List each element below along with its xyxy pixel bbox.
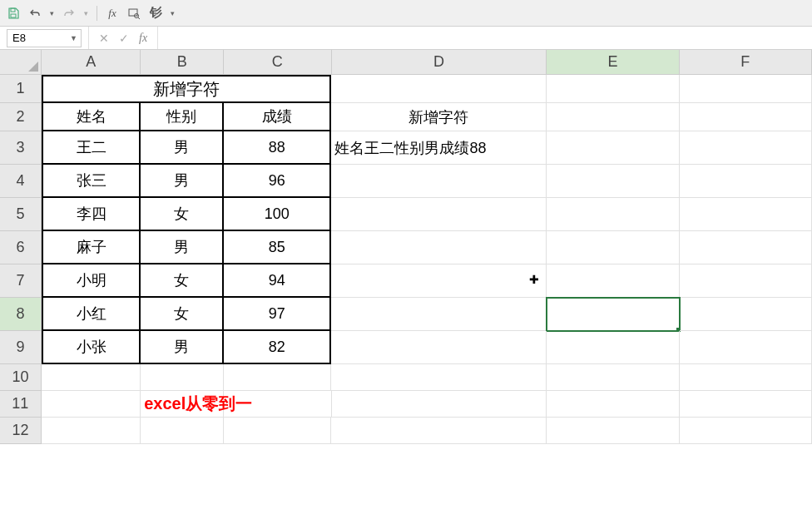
row-header-9[interactable]: 9 [0, 331, 42, 364]
cell-c9[interactable]: 82 [224, 331, 331, 364]
cell-f3[interactable] [680, 131, 812, 165]
cell-e5[interactable] [547, 198, 679, 231]
cell-a6[interactable]: 麻子 [42, 231, 141, 264]
cell-b6[interactable]: 男 [141, 231, 224, 264]
col-header-a[interactable]: A [42, 50, 141, 74]
select-all-corner[interactable] [0, 50, 42, 75]
row-header-12[interactable]: 12 [0, 418, 42, 444]
cell-e2[interactable] [547, 103, 679, 131]
cell-b4[interactable]: 男 [141, 165, 224, 198]
cancel-icon[interactable]: ✕ [99, 32, 109, 45]
cell-d5[interactable] [331, 198, 547, 231]
cell-c3[interactable]: 88 [224, 131, 331, 165]
cell-c10[interactable] [224, 364, 331, 391]
cell-c7[interactable]: 94 [224, 264, 331, 298]
cell-d7[interactable]: ✚ [331, 264, 547, 298]
cell-a11[interactable] [42, 391, 141, 418]
cell-f2[interactable] [680, 103, 812, 131]
redo-icon[interactable] [62, 7, 76, 20]
cell-a10[interactable] [42, 364, 141, 391]
cell-a12[interactable] [42, 418, 141, 444]
cell-b9[interactable]: 男 [141, 331, 224, 364]
cell-b8[interactable]: 女 [141, 298, 224, 331]
formula-input[interactable] [157, 27, 812, 49]
col-header-f[interactable]: F [680, 50, 812, 74]
row-header-11[interactable]: 11 [0, 391, 42, 418]
cell-d12[interactable] [331, 418, 547, 444]
cell-b11[interactable]: excel从零到一 [141, 391, 224, 418]
fx-tool-icon[interactable]: fx [106, 7, 119, 20]
undo-dropdown-icon[interactable]: ▾ [50, 9, 54, 17]
cell-e10[interactable] [547, 364, 679, 391]
row-header-3[interactable]: 3 [0, 131, 42, 165]
cell-e4[interactable] [547, 165, 679, 198]
cell-f5[interactable] [680, 198, 812, 231]
cell-e12[interactable] [547, 418, 679, 444]
cell-a8[interactable]: 小红 [42, 298, 141, 331]
col-header-b[interactable]: B [141, 50, 224, 74]
row-header-4[interactable]: 4 [0, 165, 42, 198]
cell-f8[interactable] [680, 298, 812, 331]
name-box-dropdown-icon[interactable]: ▼ [70, 34, 77, 42]
cell-d8[interactable] [331, 298, 547, 331]
row-header-7[interactable]: 7 [0, 264, 42, 298]
cell-a5[interactable]: 李四 [42, 198, 141, 231]
cell-b7[interactable]: 女 [141, 264, 224, 298]
cell-f10[interactable] [680, 364, 812, 391]
cell-c11[interactable] [224, 391, 331, 418]
cell-c6[interactable]: 85 [224, 231, 331, 264]
row-header-8[interactable]: 8 [0, 298, 42, 331]
symbol-dropdown-icon[interactable]: ▾ [171, 9, 175, 17]
preview-icon[interactable] [127, 7, 141, 20]
cell-f12[interactable] [680, 418, 812, 444]
confirm-icon[interactable]: ✓ [119, 32, 129, 45]
cell-b2[interactable]: 性别 [141, 103, 224, 131]
col-header-c[interactable]: C [224, 50, 331, 74]
redo-dropdown-icon[interactable]: ▾ [84, 9, 88, 17]
cell-f9[interactable] [680, 331, 812, 364]
name-box[interactable]: E8 ▼ [7, 29, 82, 47]
cell-f1[interactable] [680, 75, 812, 103]
cell-b10[interactable] [141, 364, 224, 391]
row-header-10[interactable]: 10 [0, 364, 42, 391]
cell-d1[interactable] [331, 75, 547, 103]
cell-a1-merged[interactable]: 新增字符 [42, 75, 332, 103]
cell-f11[interactable] [680, 391, 812, 418]
cell-f4[interactable] [680, 165, 812, 198]
cell-e8-selected[interactable] [547, 298, 679, 331]
cell-a4[interactable]: 张三 [42, 165, 141, 198]
row-header-1[interactable]: 1 [0, 75, 42, 103]
cell-f7[interactable] [680, 264, 812, 298]
cell-e9[interactable] [547, 331, 679, 364]
cell-d9[interactable] [331, 331, 547, 364]
cell-c12[interactable] [224, 418, 331, 444]
cell-c2[interactable]: 成绩 [224, 103, 331, 131]
cell-a9[interactable]: 小张 [42, 331, 141, 364]
cell-d11[interactable] [332, 391, 547, 418]
cell-e11[interactable] [547, 391, 679, 418]
cell-e6[interactable] [547, 231, 679, 264]
cell-b3[interactable]: 男 [141, 131, 224, 165]
fx-icon[interactable]: fx [139, 32, 147, 45]
row-header-6[interactable]: 6 [0, 231, 42, 264]
cell-d3[interactable]: 姓名王二性别男成绩88 [331, 131, 547, 165]
cell-d4[interactable] [331, 165, 547, 198]
row-header-5[interactable]: 5 [0, 198, 42, 231]
cell-c8[interactable]: 97 [224, 298, 331, 331]
cell-a3[interactable]: 王二 [42, 131, 141, 165]
cell-a2[interactable]: 姓名 [42, 103, 141, 131]
cell-c4[interactable]: 96 [224, 165, 331, 198]
row-header-2[interactable]: 2 [0, 103, 42, 131]
cell-d2[interactable]: 新增字符 [331, 103, 547, 131]
cell-b12[interactable] [141, 418, 224, 444]
cell-c5[interactable]: 100 [224, 198, 331, 231]
cell-e3[interactable] [547, 131, 679, 165]
cell-d6[interactable] [331, 231, 547, 264]
symbol-icon[interactable]: 钐 [149, 7, 162, 20]
col-header-d[interactable]: D [332, 50, 547, 74]
cell-e1[interactable] [547, 75, 679, 103]
cell-e7[interactable] [547, 264, 679, 298]
cell-d10[interactable] [331, 364, 547, 391]
cell-a7[interactable]: 小明 [42, 264, 141, 298]
cell-f6[interactable] [680, 231, 812, 264]
